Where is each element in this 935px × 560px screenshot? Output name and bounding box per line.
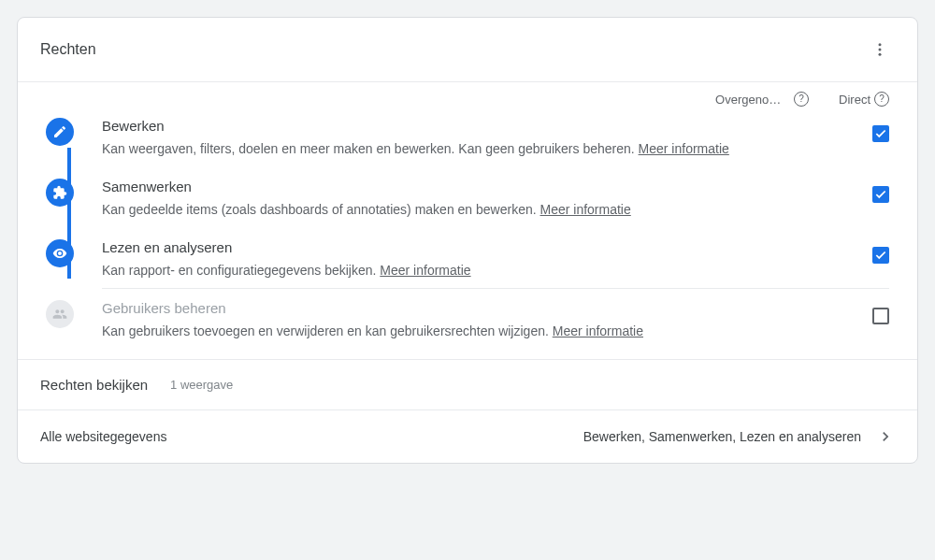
- direct-checkbox[interactable]: [872, 125, 889, 142]
- permission-description: Kan gebruikers toevoegen en verwijderen …: [102, 323, 833, 338]
- view-row[interactable]: Alle websitegegevens Bewerken, Samenwerk…: [18, 409, 917, 463]
- inherited-label: Overgenom…: [715, 93, 790, 107]
- read-icon: [46, 239, 74, 267]
- more-info-link[interactable]: Meer informatie: [639, 141, 729, 156]
- manage-users-icon: [46, 300, 74, 328]
- card-title: Rechten: [40, 41, 96, 58]
- permission-title: Lezen en analyseren: [102, 239, 833, 255]
- more-vert-icon: [871, 41, 888, 58]
- more-info-link[interactable]: Meer informatie: [553, 323, 643, 338]
- view-permissions-section: Rechten bekijken 1 weergave: [18, 359, 917, 409]
- permission-row-read: Lezen en analyseren Kan rapport- en conf…: [18, 228, 917, 289]
- section-title: Rechten bekijken: [40, 377, 148, 393]
- more-info-link[interactable]: Meer informatie: [540, 202, 631, 217]
- overflow-menu-button[interactable]: [865, 35, 895, 65]
- direct-checkbox[interactable]: [872, 308, 889, 324]
- permission-title: Gebruikers beheren: [102, 300, 833, 316]
- direct-column: Direct ?: [839, 92, 889, 107]
- permission-row-manage-users: Gebruikers beheren Kan gebruikers toevoe…: [18, 289, 917, 350]
- permission-row-edit: Bewerken Kan weergaven, filters, doelen …: [18, 107, 917, 167]
- direct-checkbox[interactable]: [872, 247, 889, 264]
- direct-label: Direct: [839, 93, 870, 107]
- more-info-link[interactable]: Meer informatie: [380, 263, 470, 278]
- help-icon[interactable]: ?: [874, 92, 889, 107]
- svg-point-1: [879, 49, 882, 51]
- permission-row-collaborate: Samenwerken Kan gedeelde items (zoals da…: [18, 167, 917, 228]
- permission-description: Kan gedeelde items (zoals dashboards of …: [102, 202, 833, 217]
- inherited-column: Overgenom… ?: [715, 92, 809, 107]
- direct-checkbox[interactable]: [872, 186, 889, 203]
- permissions-card: Rechten Overgenom… ? Direct ? Bewerken: [17, 17, 918, 464]
- permission-description: Kan weergaven, filters, doelen en meer m…: [102, 141, 833, 156]
- permission-title: Bewerken: [102, 118, 833, 134]
- help-icon[interactable]: ?: [794, 92, 809, 107]
- view-name: Alle websitegegevens: [40, 429, 166, 444]
- permission-title: Samenwerken: [102, 179, 833, 194]
- svg-point-0: [879, 43, 882, 46]
- edit-icon: [46, 118, 74, 146]
- permission-list: Bewerken Kan weergaven, filters, doelen …: [18, 107, 917, 359]
- column-headers: Overgenom… ? Direct ?: [18, 82, 917, 107]
- chevron-right-icon: [876, 427, 895, 446]
- card-header: Rechten: [18, 18, 917, 82]
- view-permissions-summary: Bewerken, Samenwerken, Lezen en analyser…: [583, 429, 861, 444]
- collaborate-icon: [46, 179, 74, 207]
- svg-point-2: [879, 53, 882, 56]
- view-count: 1 weergave: [170, 378, 233, 392]
- permission-description: Kan rapport- en configuratiegegevens bek…: [102, 263, 833, 278]
